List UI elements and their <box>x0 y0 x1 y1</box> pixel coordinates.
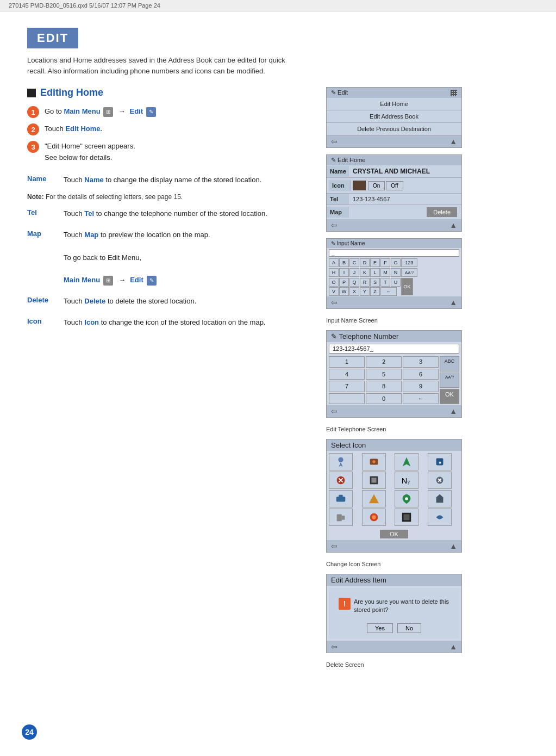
yes-button[interactable]: Yes <box>367 623 393 633</box>
icon-cell-15[interactable] <box>395 509 418 526</box>
key-W[interactable]: W <box>339 287 349 296</box>
edit-icon-btn[interactable]: ✎ <box>146 107 156 117</box>
nav-up-1[interactable]: ▲ <box>449 137 457 146</box>
svg-text:N: N <box>402 476 408 485</box>
key-1[interactable]: 1 <box>329 356 365 368</box>
icon-cell-8[interactable] <box>428 472 452 489</box>
detail-map-row: Map Touch Map to preview the location on… <box>27 230 310 286</box>
nav-back-5[interactable]: ⇦ <box>331 542 338 550</box>
nav-back-2[interactable]: ⇦ <box>331 221 338 230</box>
tel-header: ✎ Telephone Number <box>327 331 461 342</box>
key-P[interactable]: P <box>339 278 349 287</box>
icon-cell-10[interactable] <box>362 490 386 507</box>
icon-cell-12[interactable] <box>428 490 452 507</box>
key-8[interactable]: 8 <box>366 381 402 392</box>
nav-back-1[interactable]: ⇦ <box>331 137 338 146</box>
key-A[interactable]: A <box>329 258 339 267</box>
key-S[interactable]: S <box>370 278 380 287</box>
icon-cell-13[interactable] <box>329 509 353 526</box>
key-ABC[interactable]: ABC <box>440 356 459 371</box>
delete-screen-header: Edit Address Item <box>327 574 461 586</box>
delete-previous-item[interactable]: Delete Previous Destination <box>327 123 461 135</box>
step-circle-2: 2 <box>27 123 39 135</box>
key-C[interactable]: C <box>349 258 359 267</box>
key-aa2[interactable]: AA°/ <box>440 373 459 388</box>
icon-cell-16[interactable] <box>428 509 452 526</box>
icon-cell-1[interactable] <box>329 453 353 470</box>
delete-button[interactable]: Delete <box>427 207 457 217</box>
icon-ok-button[interactable]: OK <box>380 530 408 538</box>
tel-caption: Edit Telephone Screen <box>326 426 462 432</box>
key-Y[interactable]: Y <box>360 287 370 296</box>
key-T[interactable]: T <box>380 278 390 287</box>
form-name-label: Name <box>327 166 348 177</box>
icon-cell-9[interactable] <box>329 490 353 507</box>
edit-home-footer: ⇦ ▲ <box>327 219 461 231</box>
icon-cell-3[interactable] <box>395 453 418 470</box>
icon-cell-11[interactable] <box>395 490 418 507</box>
form-map-label: Map <box>327 207 348 218</box>
key-5[interactable]: 5 <box>366 369 402 380</box>
key-OK[interactable]: OK <box>401 278 413 295</box>
off-button[interactable]: Off <box>386 181 403 190</box>
edit-address-item[interactable]: Edit Address Book <box>327 110 461 123</box>
icon-thumb <box>353 181 366 190</box>
key-Z[interactable]: Z <box>370 287 380 296</box>
icon-cell-2[interactable] <box>362 453 386 470</box>
nav-up-2[interactable]: ▲ <box>449 221 457 230</box>
key-6[interactable]: 6 <box>403 369 439 380</box>
edit-title: EDIT <box>37 31 68 45</box>
nav-back-4[interactable]: ⇦ <box>331 407 338 416</box>
key-G[interactable]: G <box>391 258 401 267</box>
key-R[interactable]: R <box>360 278 370 287</box>
icon-cell-4[interactable]: ★ <box>428 453 452 470</box>
key-O[interactable]: O <box>329 278 339 287</box>
svg-text:★: ★ <box>438 460 441 465</box>
nav-up-6[interactable]: ▲ <box>449 642 457 651</box>
key-0[interactable]: 0 <box>366 393 402 405</box>
key-U[interactable]: U <box>391 278 401 287</box>
key-N[interactable]: N <box>391 268 401 277</box>
edit-home-item[interactable]: Edit Home <box>327 98 461 110</box>
key-K[interactable]: K <box>360 268 370 277</box>
on-button[interactable]: On <box>368 181 385 190</box>
icon-cell-5[interactable] <box>329 472 353 489</box>
key-7[interactable]: 7 <box>329 381 365 392</box>
key-J[interactable]: J <box>349 268 359 277</box>
kb-input-field[interactable]: _ <box>329 249 459 257</box>
nav-up-5[interactable]: ▲ <box>449 542 457 550</box>
key-2[interactable]: 2 <box>366 356 402 368</box>
nav-up-4[interactable]: ▲ <box>449 407 457 416</box>
key-3[interactable]: 3 <box>403 356 439 368</box>
key-Q[interactable]: Q <box>349 278 359 287</box>
icon-cell-6[interactable] <box>362 472 386 489</box>
key-backspace[interactable]: ← <box>380 287 397 296</box>
nav-back-6[interactable]: ⇦ <box>331 642 338 651</box>
icon-cell-7[interactable]: Ny <box>395 472 418 489</box>
key-I[interactable]: I <box>339 268 349 277</box>
key-4[interactable]: 4 <box>329 369 365 380</box>
key-E[interactable]: E <box>370 258 380 267</box>
key-123[interactable]: 123 <box>401 258 417 267</box>
edit-map-btn[interactable]: ✎ <box>147 276 157 286</box>
key-H[interactable]: H <box>329 268 339 277</box>
nav-back-3[interactable]: ⇦ <box>331 298 338 307</box>
key-tel-backspace[interactable]: ← <box>403 393 439 405</box>
key-tel-OK[interactable]: OK <box>440 389 459 404</box>
main-menu-map-btn[interactable]: ⊞ <box>103 276 113 286</box>
no-button[interactable]: No <box>397 623 421 633</box>
key-D[interactable]: D <box>360 258 370 267</box>
key-V[interactable]: V <box>329 287 339 296</box>
key-9[interactable]: 9 <box>403 381 439 392</box>
key-M[interactable]: M <box>380 268 390 277</box>
key-F[interactable]: F <box>380 258 390 267</box>
main-menu-icon-btn[interactable]: ⊞ <box>103 107 113 117</box>
key-X[interactable]: X <box>349 287 359 296</box>
key-B[interactable]: B <box>339 258 349 267</box>
key-L[interactable]: L <box>370 268 380 277</box>
svg-rect-17 <box>436 498 443 503</box>
icon-cell-14[interactable] <box>362 509 386 526</box>
tel-side-keys: ABC AA°/ OK <box>440 356 459 404</box>
nav-up-3[interactable]: ▲ <box>449 298 457 307</box>
key-aa[interactable]: AA°/ <box>401 268 417 277</box>
